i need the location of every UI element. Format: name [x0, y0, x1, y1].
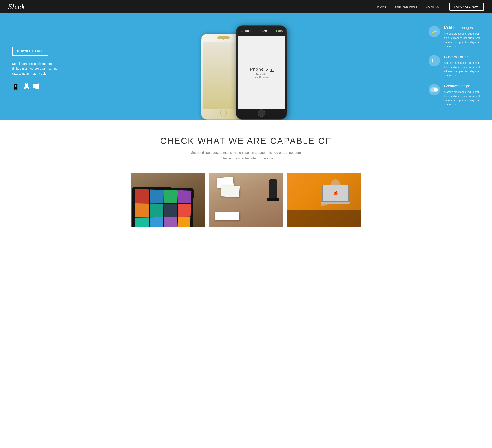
hero-description: Morbi laoreet scelerisque orci finibus u… [12, 61, 62, 76]
download-app-button[interactable]: DOWNLOAD APP [12, 47, 48, 56]
image-cards: 🍎 [129, 173, 363, 226]
multi-homepages-title: Multi Homepages [444, 26, 484, 30]
svg-point-2 [434, 88, 438, 92]
feature-multi-homepages: ✨ Multi Homepages Morbi laoreet sceleris… [429, 26, 484, 49]
hero-phone-mockup: ●●○○ BELL ≋ 4:21 PM 🔋 100% iPhone 5 S Mo… [70, 13, 422, 120]
feature-creative-design: Creative Design Morbi laoreet scelerisqu… [429, 84, 484, 107]
custom-forms-text: Custom Forms Morbi laoreet scelerisque o… [444, 55, 484, 78]
status-time: 4:21 PM [260, 30, 267, 32]
custom-forms-title: Custom Forms [444, 55, 484, 59]
phone-mockup-text: MockUp [256, 72, 266, 76]
platform-icons: 📱 [12, 83, 62, 91]
phone-model-text: iPhone 5 S [249, 67, 274, 72]
phone-screen: iPhone 5 S MockUp Free Resource [238, 36, 285, 109]
status-signal: ●●○○ BELL ≋ [240, 30, 251, 32]
creative-design-title: Creative Design [444, 84, 484, 88]
nav-link-sample-page[interactable]: SAMPLE PAGE [395, 5, 418, 8]
capabilities-subtext: Suspendisse egestas mattis rhoncus pelle… [184, 150, 308, 161]
tablet-card [131, 173, 205, 226]
status-battery: 🔋 100% [275, 30, 283, 32]
hero-features: ✨ Multi Homepages Morbi laoreet sceleris… [422, 13, 492, 120]
nav-links: HOME SAMPLE PAGE CONTACT PURCHASE NOW [377, 3, 484, 11]
capabilities-section: CHECK WHAT WE ARE CAPABLE OF Suspendisse… [0, 120, 492, 239]
navbar: Sleek HOME SAMPLE PAGE CONTACT PURCHASE … [0, 0, 492, 13]
svg-rect-0 [432, 59, 436, 62]
custom-forms-desc: Morbi laoreet scelerisque orci finibus u… [444, 61, 484, 78]
hero-section: DOWNLOAD APP Morbi laoreet scelerisque o… [0, 13, 492, 120]
creative-design-desc: Morbi laoreet scelerisque orci finibus u… [444, 90, 484, 107]
creative-design-icon [429, 84, 440, 95]
phone-mockup-sub: Free Resource [254, 76, 269, 78]
nav-link-home[interactable]: HOME [377, 5, 387, 8]
creative-design-text: Creative Design Morbi laoreet scelerisqu… [444, 84, 484, 107]
laptop-card: 🍎 [287, 173, 361, 226]
custom-forms-icon [429, 55, 440, 66]
android-icon [24, 83, 29, 91]
windows-icon [33, 83, 39, 91]
phone-front: ●●○○ BELL ≋ 4:21 PM 🔋 100% iPhone 5 S Mo… [236, 25, 287, 120]
multi-homepages-text: Multi Homepages Morbi laoreet scelerisqu… [444, 26, 484, 49]
phone-container: ●●○○ BELL ≋ 4:21 PM 🔋 100% iPhone 5 S Mo… [207, 21, 285, 120]
multi-homepages-desc: Morbi laoreet scelerisque orci finibus u… [444, 32, 484, 49]
hero-left: DOWNLOAD APP Morbi laoreet scelerisque o… [0, 13, 70, 120]
nav-link-contact[interactable]: CONTACT [426, 5, 441, 8]
phone-home-button [258, 109, 265, 117]
logo: Sleek [8, 2, 25, 11]
ios-icon: 📱 [12, 84, 20, 90]
capabilities-heading: CHECK WHAT WE ARE CAPABLE OF [8, 136, 484, 146]
purchase-now-button[interactable]: PURCHASE NOW [449, 3, 484, 11]
phone-status-bar: ●●○○ BELL ≋ 4:21 PM 🔋 100% [238, 26, 285, 36]
multi-homepages-icon: ✨ [429, 26, 440, 37]
office-card [209, 173, 283, 226]
feature-custom-forms: Custom Forms Morbi laoreet scelerisque o… [429, 55, 484, 78]
